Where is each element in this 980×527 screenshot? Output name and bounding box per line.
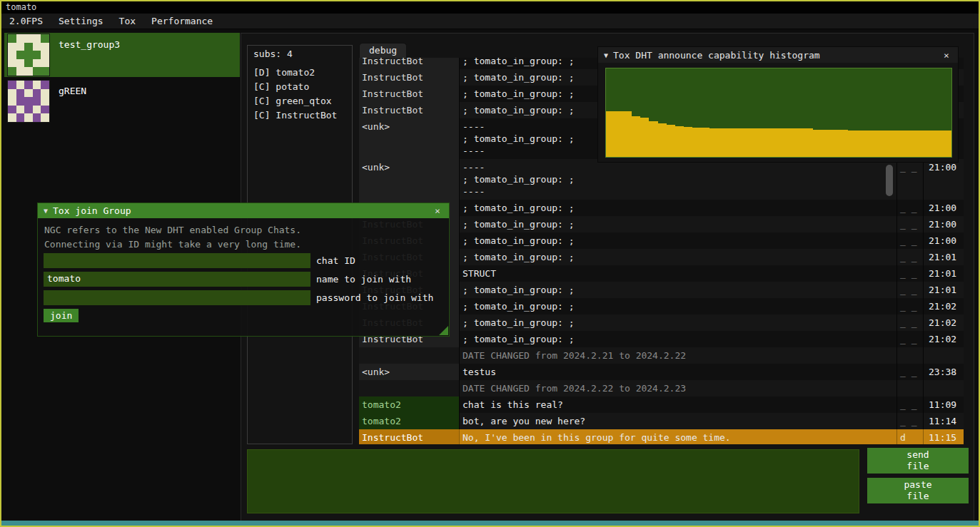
histogram-bar bbox=[658, 123, 667, 157]
histogram-bar bbox=[632, 116, 640, 157]
chat-message-row[interactable]: InstructBotNo, I've been in this group f… bbox=[359, 429, 964, 444]
histogram-window: ▼ Tox DHT announce capability histogram … bbox=[597, 46, 959, 163]
message-author: InstructBot bbox=[359, 69, 459, 86]
collapse-icon[interactable]: ▼ bbox=[604, 51, 608, 59]
message-input[interactable] bbox=[247, 449, 859, 513]
chat-message-row[interactable]: InstructBot; tomato_in_group: ;_ _21:00 bbox=[359, 232, 964, 249]
join-button[interactable]: join bbox=[44, 309, 79, 322]
chat-message-row[interactable]: InstructBot; tomato_in_group: ;_ _21:01 bbox=[359, 249, 964, 265]
message-time: 21:02 bbox=[923, 298, 964, 314]
title-bar[interactable]: tomato bbox=[1, 1, 979, 14]
contact-row[interactable]: gREEN bbox=[4, 79, 240, 123]
message-status: _ _ bbox=[896, 232, 923, 249]
histogram-bar bbox=[727, 128, 735, 157]
message-status: _ _ bbox=[896, 413, 923, 429]
collapse-icon[interactable]: ▼ bbox=[44, 207, 48, 215]
histogram-bar bbox=[804, 128, 813, 157]
message-status: _ _ bbox=[896, 298, 923, 314]
histogram-title-bar[interactable]: ▼ Tox DHT announce capability histogram … bbox=[598, 47, 958, 63]
subs-item[interactable]: [D] tomato2 bbox=[253, 66, 346, 80]
histogram-bar bbox=[882, 131, 891, 157]
join-title-bar[interactable]: ▼ Tox join Group × bbox=[38, 203, 449, 218]
join-name-input[interactable]: tomato bbox=[44, 272, 310, 287]
chat-message-row[interactable]: InstructBot; tomato_in_group: ;_ _21:00 bbox=[359, 200, 964, 216]
tab-debug[interactable]: debug bbox=[359, 43, 407, 58]
chat-message-row[interactable]: InstructBot; tomato_in_group: ;_ _21:02 bbox=[359, 331, 964, 347]
histogram-bar bbox=[675, 126, 684, 157]
join-password-input[interactable] bbox=[44, 290, 310, 305]
histogram-bar bbox=[623, 111, 632, 157]
histogram-bar bbox=[606, 111, 615, 157]
message-time: 21:02 bbox=[923, 314, 964, 331]
message-author: InstructBot bbox=[359, 58, 459, 69]
message-status: _ _ bbox=[896, 331, 923, 347]
subs-item[interactable]: [C] green_qtox bbox=[253, 94, 346, 108]
send-file-button[interactable]: send file bbox=[867, 448, 969, 474]
chat-message-row[interactable]: tomato2chat is this real?_ _11:09 bbox=[359, 396, 964, 413]
histogram-bar bbox=[615, 111, 623, 157]
message-status: _ _ bbox=[896, 216, 923, 232]
message-time bbox=[923, 380, 964, 396]
resize-grip-icon[interactable] bbox=[439, 326, 448, 335]
menu-item-settings[interactable]: Settings bbox=[51, 14, 111, 28]
contact-list: test_group3gREEN bbox=[4, 33, 240, 126]
message-time: 11:09 bbox=[923, 396, 964, 413]
histogram-close-icon[interactable]: × bbox=[941, 50, 952, 61]
histogram-bar bbox=[701, 128, 709, 157]
menu-item-tox[interactable]: Tox bbox=[111, 14, 143, 28]
group-avatar bbox=[7, 34, 50, 76]
chat-message-row[interactable]: InstructBotSTRUCT_ _21:01 bbox=[359, 265, 964, 282]
subs-item[interactable]: [C] InstructBot bbox=[253, 108, 346, 123]
message-time: 21:00 bbox=[923, 232, 964, 249]
histogram-bar bbox=[916, 131, 925, 157]
message-text: ---- ; tomato_in_group: ; ---- bbox=[459, 159, 896, 200]
histogram-bar bbox=[762, 128, 770, 157]
contact-name: gREEN bbox=[59, 86, 86, 96]
histogram-bar bbox=[874, 131, 882, 157]
message-author: tomato2 bbox=[359, 396, 459, 413]
paste-file-button[interactable]: paste file bbox=[867, 478, 969, 503]
message-time: 21:02 bbox=[923, 331, 964, 347]
contact-row[interactable]: test_group3 bbox=[4, 33, 240, 77]
chat-message-row[interactable]: InstructBot; tomato_in_group: ;_ _21:02 bbox=[359, 314, 964, 331]
message-author: <unk> bbox=[359, 159, 459, 200]
chat-id-input[interactable] bbox=[44, 253, 310, 268]
chat-message-row[interactable]: <unk>---- ; tomato_in_group: ; ----_ _21… bbox=[359, 159, 964, 200]
message-text: ; tomato_in_group: ; bbox=[459, 282, 896, 298]
subs-title: subs: 4 bbox=[253, 48, 346, 59]
histogram-bar bbox=[684, 127, 692, 157]
join-close-icon[interactable]: × bbox=[432, 205, 443, 216]
message-author: InstructBot bbox=[359, 429, 459, 444]
message-status: _ _ bbox=[896, 200, 923, 216]
message-text: ; tomato_in_group: ; bbox=[459, 216, 896, 232]
message-text: ; tomato_in_group: ; bbox=[459, 298, 896, 314]
menu-item-performance[interactable]: Performance bbox=[143, 14, 221, 28]
message-status: _ _ bbox=[896, 314, 923, 331]
message-status bbox=[896, 347, 923, 364]
chat-message-row[interactable]: InstructBot; tomato_in_group: ;_ _21:01 bbox=[359, 282, 964, 298]
message-time: 23:38 bbox=[923, 364, 964, 380]
chat-message-row[interactable]: InstructBot; tomato_in_group: ;_ _21:02 bbox=[359, 298, 964, 314]
histogram-bar bbox=[899, 131, 908, 157]
chat-message-row[interactable]: InstructBot; tomato_in_group: ;_ _21:00 bbox=[359, 216, 964, 232]
message-time bbox=[923, 347, 964, 364]
message-time: 21:00 bbox=[923, 200, 964, 216]
chat-message-row[interactable]: <unk>testus_ _23:38 bbox=[359, 364, 964, 380]
message-text: ; tomato_in_group: ; bbox=[459, 200, 896, 216]
message-author: <unk> bbox=[359, 364, 459, 380]
subs-item[interactable]: [C] potato bbox=[253, 80, 346, 94]
join-title: Tox join Group bbox=[53, 205, 131, 216]
histogram-bar bbox=[943, 131, 951, 157]
subs-list: [D] tomato2[C] potato[C] green_qtox[C] I… bbox=[253, 66, 346, 123]
message-status: _ _ bbox=[896, 364, 923, 380]
group-avatar bbox=[7, 80, 50, 123]
chat-message-row[interactable]: DATE CHANGED from 2024.2.22 to 2024.2.23 bbox=[359, 380, 964, 396]
chat-scrollbar[interactable] bbox=[886, 165, 893, 196]
message-status: _ _ bbox=[896, 282, 923, 298]
message-status: d bbox=[896, 429, 923, 444]
message-time: 21:01 bbox=[923, 265, 964, 282]
chat-message-row[interactable]: tomato2bot, are you new here?_ _11:14 bbox=[359, 413, 964, 429]
histogram-bar bbox=[865, 131, 874, 157]
chat-message-row[interactable]: DATE CHANGED from 2024.2.21 to 2024.2.22 bbox=[359, 347, 964, 364]
app-window: tomato 2.0FPS SettingsToxPerformance tes… bbox=[0, 0, 980, 527]
